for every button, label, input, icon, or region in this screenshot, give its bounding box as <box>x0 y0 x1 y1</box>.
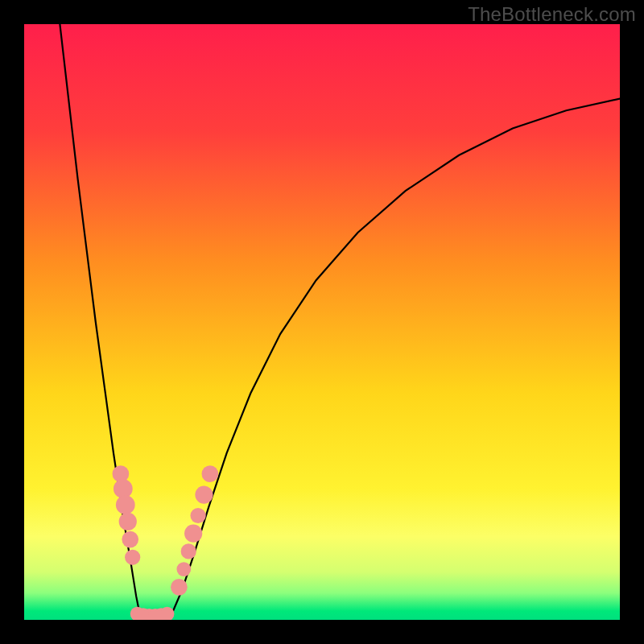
plot-area <box>24 24 620 620</box>
data-marker <box>125 550 140 565</box>
data-marker <box>114 479 133 498</box>
data-marker <box>195 486 213 504</box>
data-marker <box>184 525 202 543</box>
watermark-text: TheBottleneck.com <box>468 3 636 26</box>
data-marker <box>119 513 137 530</box>
gradient-background <box>24 24 620 620</box>
data-marker <box>176 562 191 576</box>
data-marker <box>181 543 196 559</box>
data-marker <box>122 531 138 548</box>
chart-svg <box>24 24 620 620</box>
data-marker <box>171 579 188 596</box>
chart-frame: TheBottleneck.com <box>0 0 644 644</box>
data-marker <box>202 465 219 482</box>
data-marker <box>190 508 205 523</box>
data-marker <box>116 495 135 514</box>
